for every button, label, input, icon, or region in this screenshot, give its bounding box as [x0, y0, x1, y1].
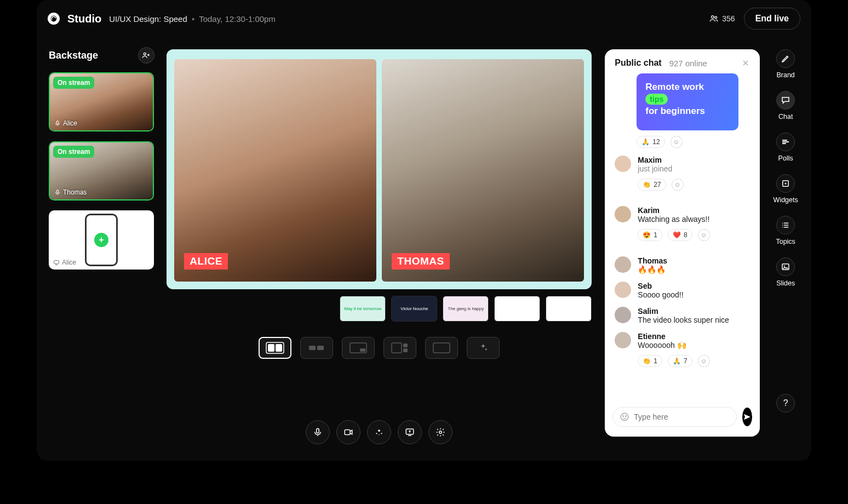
- reaction-pill[interactable]: ❤️8: [668, 229, 692, 241]
- mic-icon: [54, 189, 61, 196]
- rail-label: Topics: [776, 238, 795, 245]
- stage-frame: ALICE THOMAS: [167, 49, 592, 289]
- layout-magic-button[interactable]: [467, 337, 500, 359]
- layout-row-button[interactable]: [300, 337, 333, 359]
- send-button[interactable]: [742, 408, 752, 426]
- chat-messages[interactable]: Remote work tips for beginners 🙏12 ☺ Max…: [605, 73, 760, 400]
- message-text: Watching as always!!: [638, 215, 709, 224]
- chat-icon: [776, 91, 795, 110]
- mic-icon: [313, 427, 323, 437]
- chat-input-wrapper[interactable]: [612, 407, 737, 427]
- stream-controls: [167, 420, 592, 444]
- backstage-thumb-screenshare[interactable]: + Alice: [49, 210, 154, 270]
- effects-button[interactable]: [367, 420, 391, 444]
- reaction-pill[interactable]: 👏27: [638, 179, 666, 191]
- chat-compose: [605, 400, 760, 437]
- end-live-button[interactable]: End live: [744, 8, 800, 30]
- svg-rect-9: [276, 344, 282, 352]
- plus-icon: +: [94, 233, 108, 247]
- scene-thumb[interactable]: Victor Nouche: [391, 296, 437, 322]
- reaction-pill[interactable]: 🙏12: [637, 136, 664, 148]
- message-author: Salim: [638, 307, 729, 316]
- avatar: [615, 282, 631, 298]
- message-text: The video looks super nice: [638, 316, 729, 324]
- backstage-thumb-alice[interactable]: On stream Alice: [49, 72, 154, 131]
- scene-thumb[interactable]: [546, 296, 592, 322]
- chat-header: Public chat 927 online: [605, 49, 760, 73]
- svg-rect-4: [57, 121, 59, 124]
- svg-rect-15: [403, 343, 408, 347]
- backstage-thumb-thomas[interactable]: On stream Thomas: [49, 141, 154, 201]
- rail-item-polls[interactable]: Polls: [776, 133, 795, 162]
- rail-item-slides[interactable]: Slides: [776, 257, 795, 287]
- message-author: Karim: [638, 206, 709, 215]
- scene-thumb[interactable]: May it be tomorrow: [340, 296, 386, 322]
- svg-point-22: [381, 433, 382, 434]
- layout-pip-button[interactable]: [342, 337, 375, 359]
- svg-point-26: [621, 413, 629, 421]
- layout-grid-icon: [391, 342, 409, 354]
- svg-point-31: [782, 223, 783, 224]
- rail-item-chat[interactable]: Chat: [776, 91, 795, 121]
- scene-thumb[interactable]: [494, 296, 540, 322]
- user-plus-icon: [142, 51, 151, 60]
- svg-point-21: [376, 433, 377, 434]
- avatar: [615, 156, 631, 172]
- camera-toggle-button[interactable]: [336, 420, 360, 444]
- rail-item-topics[interactable]: Topics: [776, 216, 795, 245]
- svg-point-1: [712, 16, 714, 19]
- message-author: Seb: [638, 282, 683, 290]
- reaction-emoji: 👏: [643, 181, 651, 188]
- reaction-pill[interactable]: 😍1: [638, 229, 662, 241]
- reaction-emoji: 🙏: [673, 357, 681, 365]
- help-button[interactable]: ?: [776, 394, 795, 413]
- promo-card[interactable]: Remote work tips for beginners: [637, 73, 738, 130]
- add-reaction-button[interactable]: ☺: [671, 136, 683, 148]
- thumb-caption: Alice: [54, 119, 77, 127]
- message-text: just joined: [638, 164, 683, 173]
- svg-point-2: [715, 16, 717, 19]
- camera-icon: [343, 427, 353, 437]
- video-feed-thomas[interactable]: THOMAS: [382, 59, 584, 282]
- message-author: Maxim: [638, 156, 683, 164]
- viewer-count: 356: [709, 14, 735, 24]
- rail-label: Widgets: [773, 196, 798, 204]
- reaction-row: 😍1❤️8☺: [638, 229, 709, 241]
- backstage-title: Backstage: [49, 50, 98, 61]
- svg-rect-19: [345, 430, 351, 435]
- svg-point-28: [626, 416, 627, 417]
- sparkle-icon: [374, 427, 384, 437]
- rail-item-widgets[interactable]: Widgets: [773, 174, 798, 204]
- chat-message: KarimWatching as always!!😍1❤️8☺: [615, 206, 750, 249]
- stage-area: ALICE THOMAS May it be tomorrow Victor N…: [167, 37, 592, 444]
- add-reaction-button[interactable]: ☺: [698, 355, 710, 367]
- layout-single-button[interactable]: [425, 337, 458, 359]
- scene-thumb[interactable]: The gang is happy: [443, 296, 489, 322]
- session-time: Today, 12:30-1:00pm: [199, 14, 276, 24]
- mic-toggle-button[interactable]: [306, 420, 330, 444]
- svg-rect-6: [54, 261, 59, 264]
- svg-point-32: [782, 225, 783, 226]
- add-reaction-button[interactable]: ☺: [672, 179, 684, 191]
- chat-close-button[interactable]: [741, 59, 750, 67]
- chat-message: Thomas🔥🔥🔥: [615, 256, 750, 274]
- close-icon: [741, 59, 750, 67]
- layout-picker: [167, 337, 592, 359]
- thumb-name: Alice: [62, 259, 76, 266]
- layout-grid-button[interactable]: [383, 337, 416, 359]
- promo-line2: for beginners: [645, 105, 730, 117]
- settings-button[interactable]: [428, 420, 452, 444]
- reaction-pill[interactable]: 🙏7: [668, 355, 692, 367]
- emoji-icon[interactable]: [620, 412, 629, 422]
- add-reaction-button[interactable]: ☺: [698, 229, 710, 241]
- avatar: [615, 206, 631, 222]
- rail-item-brand[interactable]: Brand: [776, 49, 795, 79]
- add-participant-button[interactable]: [138, 47, 154, 64]
- chat-input[interactable]: [634, 413, 730, 421]
- reaction-pill[interactable]: 👏1: [638, 355, 662, 367]
- share-screen-button[interactable]: [398, 420, 422, 444]
- video-feed-alice[interactable]: ALICE: [174, 59, 376, 282]
- layout-split-button[interactable]: [259, 337, 291, 359]
- svg-rect-18: [317, 428, 319, 433]
- layout-row-icon: [307, 342, 326, 354]
